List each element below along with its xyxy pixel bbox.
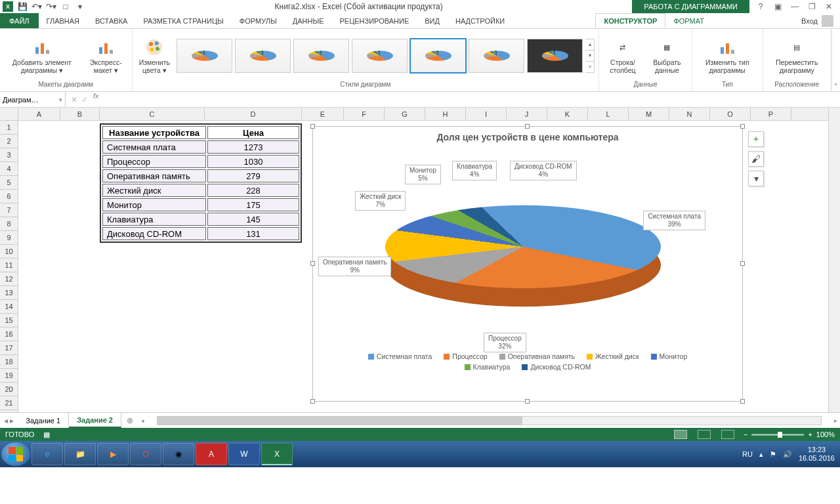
- legend-item[interactable]: Жесткий диск: [587, 352, 639, 360]
- table-row[interactable]: Жесткий диск228: [102, 184, 299, 197]
- view-page-break-button[interactable]: [721, 430, 734, 439]
- tab-page-layout[interactable]: РАЗМЕТКА СТРАНИЦЫ: [135, 13, 231, 28]
- cell-name[interactable]: Клавиатура: [102, 213, 206, 226]
- row-header-2[interactable]: 2: [0, 135, 18, 148]
- tab-formulas[interactable]: ФОРМУЛЫ: [232, 13, 285, 28]
- chart-title[interactable]: Доля цен устройств в цене компьютера: [313, 127, 742, 145]
- plot-area[interactable]: Системная плата39% Процессор32% Оператив…: [313, 145, 742, 348]
- legend-item[interactable]: Монитор: [651, 352, 688, 360]
- zoom-value[interactable]: 100%: [816, 430, 835, 438]
- cell-name[interactable]: Оперативная память: [102, 169, 206, 182]
- data-label-hdd[interactable]: Жесткий диск7%: [355, 191, 406, 211]
- redo-icon[interactable]: ↷▾: [46, 1, 56, 12]
- col-header-F[interactable]: F: [344, 108, 385, 120]
- chart-style-4[interactable]: [352, 39, 408, 73]
- legend-item[interactable]: Процессор: [444, 352, 487, 360]
- taskbar-media[interactable]: ▶: [97, 443, 129, 465]
- cancel-formula-icon[interactable]: ✕: [71, 95, 77, 104]
- ribbon-options-icon[interactable]: ▣: [772, 2, 784, 11]
- formula-input[interactable]: [103, 92, 840, 107]
- switch-row-column-button[interactable]: ⇄ Строка/столбец: [603, 35, 642, 75]
- cell-name[interactable]: Процессор: [102, 155, 206, 168]
- enter-formula-icon[interactable]: ✓: [81, 95, 88, 104]
- legend-item[interactable]: Дисковод CD-ROM: [522, 363, 591, 371]
- data-label-sys[interactable]: Системная плата39%: [643, 211, 705, 230]
- row-header-6[interactable]: 6: [0, 190, 18, 203]
- legend-item[interactable]: Клавиатура: [465, 363, 511, 371]
- login-link[interactable]: Вход: [795, 13, 840, 28]
- row-header-7[interactable]: 7: [0, 203, 18, 217]
- taskbar-excel[interactable]: X: [261, 443, 293, 465]
- select-all-corner[interactable]: [0, 108, 18, 121]
- chart-legend[interactable]: Системная платаПроцессорОперативная памя…: [313, 348, 742, 375]
- tab-review[interactable]: РЕЦЕНЗИРОВАНИЕ: [331, 13, 417, 28]
- col-header-N[interactable]: N: [669, 108, 710, 120]
- vertical-scrollbar[interactable]: [828, 108, 840, 412]
- col-header-K[interactable]: K: [547, 108, 588, 120]
- add-chart-element-button[interactable]: Добавить элемент диаграммы ▾: [4, 35, 80, 75]
- row-header-13[interactable]: 13: [0, 286, 18, 300]
- style-gallery-more[interactable]: ▴▾▿: [585, 39, 595, 73]
- col-header-J[interactable]: J: [507, 108, 547, 120]
- sheet-tab-2[interactable]: Задание 2: [69, 413, 121, 428]
- row-header-14[interactable]: 14: [0, 300, 18, 314]
- start-button[interactable]: [1, 442, 30, 466]
- taskbar-pdf[interactable]: A: [196, 443, 227, 465]
- col-header-M[interactable]: M: [629, 108, 669, 120]
- chart-filter-button[interactable]: ▾: [748, 171, 764, 186]
- select-data-button[interactable]: ▦ Выбрать данные: [646, 35, 688, 75]
- quick-layout-button[interactable]: Экспресс-макет ▾: [84, 35, 128, 75]
- tab-data[interactable]: ДАННЫЕ: [285, 13, 332, 28]
- sheet-nav[interactable]: ◂ ▸: [0, 413, 18, 428]
- chart-style-2[interactable]: [235, 39, 291, 73]
- tray-volume-icon[interactable]: 🔊: [783, 450, 792, 459]
- cells-area[interactable]: Название устройства Цена Системная плата…: [18, 121, 828, 412]
- col-header-A[interactable]: A: [18, 108, 60, 120]
- data-label-mon[interactable]: Монитор5%: [405, 165, 441, 184]
- table-row[interactable]: Процессор1030: [102, 155, 299, 168]
- row-header-17[interactable]: 17: [0, 341, 18, 355]
- zoom-in-icon[interactable]: +: [808, 430, 812, 438]
- col-header-L[interactable]: L: [588, 108, 629, 120]
- tray-clock[interactable]: 13:23 16.05.2016: [799, 446, 835, 463]
- zoom-control[interactable]: − + 100%: [744, 430, 835, 438]
- taskbar-ie[interactable]: e: [32, 443, 63, 465]
- col-header-O[interactable]: O: [710, 108, 751, 120]
- cell-name[interactable]: Монитор: [102, 198, 206, 211]
- col-header-D[interactable]: D: [205, 108, 302, 120]
- chart-style-5[interactable]: [410, 39, 466, 73]
- row-header-15[interactable]: 15: [0, 314, 18, 327]
- col-header-I[interactable]: I: [466, 108, 507, 120]
- cell-price[interactable]: 279: [207, 169, 299, 182]
- tray-lang[interactable]: RU: [742, 450, 753, 458]
- tab-addins[interactable]: НАДСТРОЙКИ: [448, 13, 513, 28]
- resize-handle[interactable]: [310, 124, 315, 129]
- cell-price[interactable]: 175: [207, 198, 299, 211]
- row-header-16[interactable]: 16: [0, 327, 18, 341]
- cell-price[interactable]: 1030: [207, 155, 299, 168]
- resize-handle[interactable]: [740, 399, 745, 404]
- view-normal-button[interactable]: [674, 430, 687, 439]
- data-label-kb[interactable]: Клавиатура4%: [452, 161, 497, 180]
- row-header-11[interactable]: 11: [0, 259, 18, 272]
- tab-format[interactable]: ФОРМАТ: [665, 13, 712, 28]
- data-label-cd[interactable]: Дисковод CD-ROM4%: [510, 161, 577, 180]
- taskbar-word[interactable]: W: [228, 443, 260, 465]
- legend-item[interactable]: Оперативная память: [499, 352, 575, 360]
- chart-object[interactable]: Доля цен устройств в цене компьютера Сис…: [312, 126, 743, 402]
- tab-home[interactable]: ГЛАВНАЯ: [39, 13, 87, 28]
- cell-price[interactable]: 228: [207, 184, 299, 197]
- cell-name[interactable]: Дисковод CD-ROM: [102, 227, 206, 240]
- table-row[interactable]: Клавиатура145: [102, 213, 299, 226]
- resize-handle[interactable]: [740, 124, 745, 129]
- table-header-name[interactable]: Название устройства: [102, 126, 206, 139]
- row-header-12[interactable]: 12: [0, 272, 18, 286]
- taskbar-explorer[interactable]: 📁: [64, 443, 96, 465]
- cell-name[interactable]: Системная плата: [102, 140, 206, 154]
- chart-style-6[interactable]: [469, 39, 524, 73]
- row-header-19[interactable]: 19: [0, 369, 18, 383]
- taskbar-chrome[interactable]: ◉: [163, 443, 194, 465]
- row-header-3[interactable]: 3: [0, 148, 18, 162]
- qat-customize-icon[interactable]: ▾: [75, 1, 85, 12]
- resize-handle[interactable]: [525, 399, 530, 404]
